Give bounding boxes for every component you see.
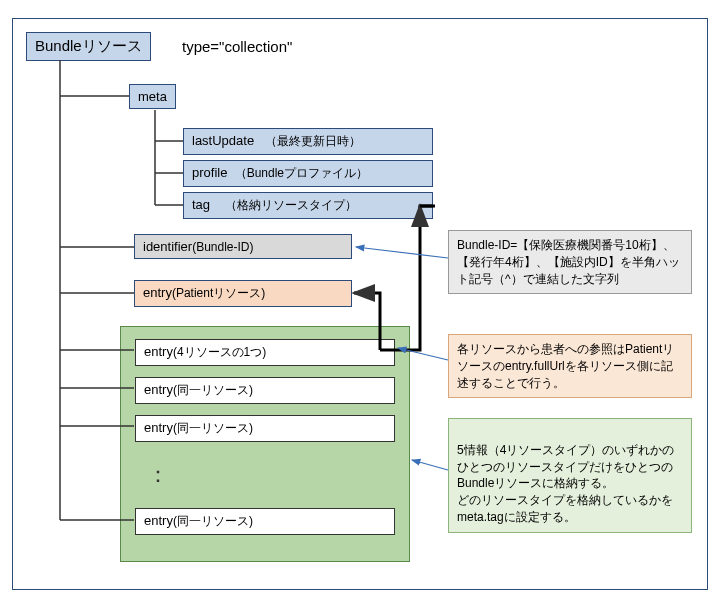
patient-entry-box: entry(Patientリソース): [134, 280, 352, 307]
group-entry-n: entry(同一リソース): [135, 508, 395, 535]
identifier-desc: (Bundle-ID): [192, 240, 253, 254]
profile-desc: （Bundleプロファイル）: [235, 166, 368, 180]
profile-box: profile （Bundleプロファイル）: [183, 160, 433, 187]
note-patient-ref-text: 各リソースから患者への参照はPatientリソースのentry.fullUrlを…: [457, 342, 674, 390]
group-entry-2-desc: (同一リソース): [173, 383, 253, 397]
group-entry-n-name: entry: [144, 513, 173, 528]
group-entry-3-name: entry: [144, 420, 173, 435]
meta-label: meta: [138, 89, 167, 104]
group-entry-1-desc: (4リソースの1つ): [173, 345, 266, 359]
bundle-root-label: Bundleリソース: [35, 37, 142, 54]
lastupdate-name: lastUpdate: [192, 133, 254, 148]
lastupdate-desc: （最終更新日時）: [265, 134, 361, 148]
type-label: type="collection": [182, 38, 292, 55]
patient-entry-desc: (Patientリソース): [172, 286, 265, 300]
tag-name: tag: [192, 197, 210, 212]
group-entry-3: entry(同一リソース): [135, 415, 395, 442]
ellipsis: ：: [147, 460, 169, 490]
tag-desc: （格納リソースタイプ）: [225, 198, 357, 212]
tag-box: tag （格納リソースタイプ）: [183, 192, 433, 219]
note-five-info-text: 5情報（4リソースタイプ）のいずれかのひとつのリソースタイプだけをひとつのBun…: [457, 443, 674, 524]
group-entry-2-name: entry: [144, 382, 173, 397]
note-bundle-id-text: Bundle-ID=【保険医療機関番号10桁】、【発行年4桁】、【施設内ID】を…: [457, 238, 680, 286]
lastupdate-box: lastUpdate （最終更新日時）: [183, 128, 433, 155]
entry-group: entry(4リソースの1つ) entry(同一リソース) entry(同一リソ…: [120, 326, 410, 562]
patient-entry-name: entry: [143, 285, 172, 300]
profile-name: profile: [192, 165, 227, 180]
note-five-info: 5情報（4リソースタイプ）のいずれかのひとつのリソースタイプだけをひとつのBun…: [448, 418, 692, 533]
bundle-root-box: Bundleリソース: [26, 32, 151, 61]
group-entry-2: entry(同一リソース): [135, 377, 395, 404]
identifier-name: identifier: [143, 239, 192, 254]
group-entry-1: entry(4リソースの1つ): [135, 339, 395, 366]
note-patient-ref: 各リソースから患者への参照はPatientリソースのentry.fullUrlを…: [448, 334, 692, 398]
group-entry-1-name: entry: [144, 344, 173, 359]
meta-box: meta: [129, 84, 176, 109]
group-entry-3-desc: (同一リソース): [173, 421, 253, 435]
group-entry-n-desc: (同一リソース): [173, 514, 253, 528]
identifier-box: identifier(Bundle-ID): [134, 234, 352, 259]
note-bundle-id: Bundle-ID=【保険医療機関番号10桁】、【発行年4桁】、【施設内ID】を…: [448, 230, 692, 294]
